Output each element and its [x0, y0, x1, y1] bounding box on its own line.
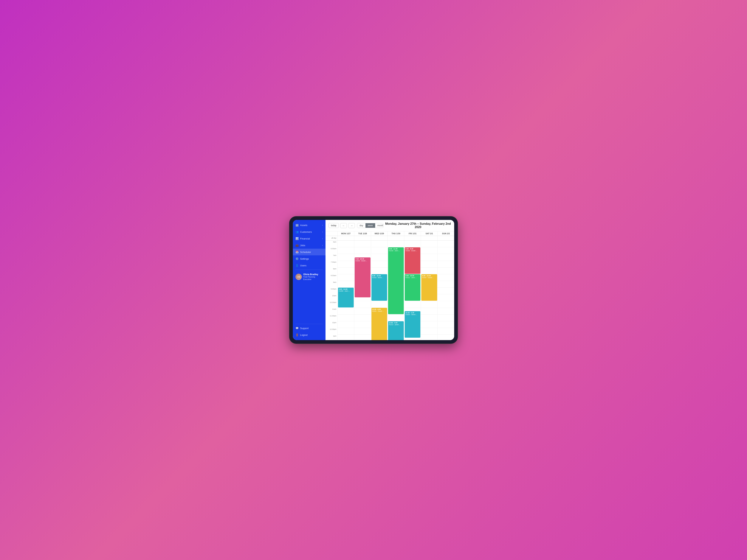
- all-day-sun: [438, 236, 454, 240]
- time-label-12pm: 12pm: [326, 321, 337, 328]
- chevron-right-icon: ›: [322, 224, 323, 226]
- sidebar-item-label: Assets: [300, 224, 307, 226]
- event-ev4[interactable]: 11:00 - 4:00#1001 - David ...: [371, 308, 387, 340]
- today-button[interactable]: today: [329, 223, 339, 228]
- all-day-tue: [354, 236, 371, 240]
- day-col-fri: 6:30 - 8:30#1006 - David ...8:30 - 10:30…: [404, 241, 421, 340]
- event-name: #1013 - Janet'...: [389, 324, 403, 325]
- sidebar-item-financial[interactable]: 📊 Financial ›: [293, 235, 326, 242]
- sidebar-item-scheduler[interactable]: 📅 Scheduler: [293, 249, 326, 256]
- event-ev7[interactable]: 6:30 - 8:30#1006 - David ...: [405, 247, 420, 274]
- event-time: 11:15 - 1:15: [406, 312, 420, 314]
- sidebar-item-label: Jobs: [300, 244, 305, 247]
- col-header-tue: TUE 1/28: [354, 231, 371, 236]
- time-label-1030am: 10:30am: [326, 301, 337, 308]
- calendar-title: Monday, January 27th – Sunday, February …: [385, 222, 451, 229]
- col-header-thu: THU 1/30: [387, 231, 404, 236]
- sidebar-item-customers[interactable]: 👥 Customers ›: [293, 229, 326, 235]
- day-col-sun: [438, 241, 454, 340]
- assets-icon: 🏢: [295, 223, 299, 226]
- time-label-8am: 8am: [326, 267, 337, 274]
- event-ev1[interactable]: 9:30 - 11:00#1008 - Joe's ...: [338, 288, 354, 308]
- event-ev9[interactable]: 11:15 - 1:15#1003 - Steve'...: [405, 311, 420, 338]
- calendar-header: today ← → day week month Monday, January…: [326, 220, 454, 231]
- event-ev2[interactable]: 7:15 - 10:15#1004 - David ...: [355, 258, 370, 297]
- sidebar-item-assets[interactable]: 🏢 Assets ›: [293, 222, 326, 229]
- sidebar-item-label: Support: [300, 327, 309, 330]
- event-ev5[interactable]: 6:30 - 11:30#1018 - Joe's ...: [388, 247, 404, 314]
- day-view-button[interactable]: day: [357, 223, 365, 228]
- avatar: OB: [295, 274, 302, 280]
- calendar-grid: MON 1/27 TUE 1/28 WED 1/29 THU 1/30 FRI …: [326, 231, 454, 340]
- col-header-sat: SAT 2/1: [421, 231, 437, 236]
- time-label-1230pm: 12:30pm: [326, 328, 337, 335]
- event-time: 8:30 - 10:30: [406, 275, 420, 277]
- all-day-row: all-day: [326, 236, 454, 241]
- event-time: 8:30 - 10:30: [372, 275, 386, 277]
- event-name: #1006 - David ...: [406, 250, 420, 251]
- sidebar-item-settings[interactable]: ⚙️ Settings: [293, 256, 326, 262]
- event-time: 6:30 - 11:30: [389, 248, 403, 250]
- jobs-icon: 💼: [295, 244, 299, 247]
- col-header-mon: MON 1/27: [337, 231, 354, 236]
- event-name: #1018 - Joe's ...: [389, 250, 403, 251]
- user-name: Olivia Bradley: [303, 273, 318, 276]
- time-label-1130am: 11:30am: [326, 315, 337, 321]
- time-label-9am: 9am: [326, 281, 337, 288]
- col-header-sun: SUN 2/2: [438, 231, 454, 236]
- event-time: 8:30 - 10:30: [422, 275, 436, 277]
- next-button[interactable]: →: [348, 223, 355, 228]
- customers-icon: 👥: [295, 230, 299, 233]
- time-label-630am: 6:30am: [326, 247, 337, 254]
- event-ev6[interactable]: 12:00 - 4:30#1013 - Janet'...: [388, 321, 404, 340]
- month-view-button[interactable]: month: [375, 223, 383, 228]
- time-label-830am: 8:30am: [326, 274, 337, 281]
- day-col-wed: 8:30 - 10:30#1002 - Bob's ...11:00 - 4:0…: [371, 241, 387, 340]
- all-day-label: all-day: [326, 236, 337, 240]
- device-frame: 🏢 Assets › 👥 Customers › 📊 Financial › 💼…: [289, 216, 458, 344]
- sidebar-item-users[interactable]: 👤 Users: [293, 262, 326, 269]
- sidebar-item-support[interactable]: 💬 Support: [293, 325, 326, 331]
- all-day-wed: [371, 236, 387, 240]
- sidebar: 🏢 Assets › 👥 Customers › 📊 Financial › 💼…: [293, 220, 326, 340]
- sidebar-bottom: 💬 Support 🚪 Logout: [293, 323, 326, 340]
- day-col-sat: 8:30 - 10:30#1007 - David ...: [421, 241, 437, 340]
- day-col-thu: 6:30 - 11:30#1018 - Joe's ...12:00 - 4:3…: [387, 241, 404, 340]
- all-day-fri: [404, 236, 421, 240]
- sidebar-item-label: Scheduler: [300, 251, 311, 254]
- event-time: 11:00 - 4:00: [372, 309, 386, 310]
- event-name: #1001 - David ...: [372, 310, 386, 312]
- time-label-11am: 11am: [326, 308, 337, 315]
- event-ev8[interactable]: 8:30 - 10:30#1011 - Joe's ...: [405, 274, 420, 301]
- main-content: today ← → day week month Monday, January…: [326, 220, 454, 340]
- week-view-button[interactable]: week: [365, 223, 375, 228]
- event-name: #1008 - Joe's ...: [339, 290, 353, 292]
- logout-icon: 🚪: [295, 334, 299, 337]
- time-label-10am: 10am: [326, 294, 337, 301]
- time-labels-col: 6am 6:30am 7am 7:30am 8am 8:30am 9am 9:3…: [326, 241, 337, 340]
- event-name: #1003 - Steve'...: [406, 314, 420, 316]
- time-label-6am: 6am: [326, 241, 337, 247]
- event-ev11[interactable]: 8:30 - 10:30#1007 - David ...: [421, 274, 437, 301]
- event-name: #1004 - David ...: [355, 260, 369, 262]
- event-time: 12:00 - 4:30: [389, 322, 403, 324]
- financial-icon: 📊: [295, 237, 299, 240]
- sidebar-item-label: Logout: [300, 334, 308, 337]
- avatar-image: OB: [295, 274, 302, 280]
- all-day-sat: [421, 236, 437, 240]
- scheduler-icon: 📅: [295, 250, 299, 254]
- sidebar-item-label: Settings: [300, 258, 309, 260]
- chevron-right-icon: ›: [322, 244, 323, 246]
- day-col-tue: 7:15 - 10:15#1004 - David ...: [354, 241, 371, 340]
- event-name: #1007 - David ...: [422, 277, 436, 278]
- event-name: #1002 - Bob's ...: [372, 277, 386, 278]
- sidebar-item-logout[interactable]: 🚪 Logout: [293, 331, 326, 338]
- user-section: OB Olivia Bradley Field PlanningExecutiv…: [293, 271, 326, 283]
- time-label-1pm: 1pm: [326, 335, 337, 340]
- column-headers: MON 1/27 TUE 1/28 WED 1/29 THU 1/30 FRI …: [326, 231, 454, 236]
- prev-button[interactable]: ←: [340, 223, 347, 228]
- screen: 🏢 Assets › 👥 Customers › 📊 Financial › 💼…: [293, 220, 454, 340]
- sidebar-item-jobs[interactable]: 💼 Jobs ›: [293, 242, 326, 249]
- event-ev3[interactable]: 8:30 - 10:30#1002 - Bob's ...: [371, 274, 387, 301]
- view-toggle: day week month: [357, 223, 383, 228]
